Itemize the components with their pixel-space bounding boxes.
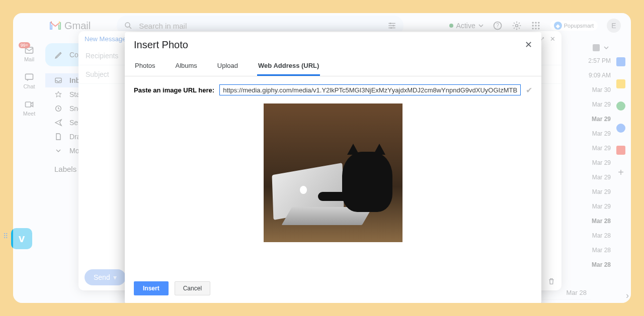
send-button[interactable]: Send ▾ bbox=[85, 269, 126, 285]
keep-icon[interactable] bbox=[616, 79, 625, 88]
url-input[interactable] bbox=[219, 84, 521, 95]
clock-icon bbox=[54, 104, 62, 113]
chevron-down-icon bbox=[478, 23, 484, 28]
chevron-right-icon[interactable]: › bbox=[626, 290, 629, 301]
svg-point-3 bbox=[393, 25, 394, 27]
date-column: 2:57 PM9:09 AMMar 30Mar 29Mar 29Mar 29Ma… bbox=[581, 57, 611, 268]
addon-icon[interactable] bbox=[616, 146, 625, 155]
chevron-down-icon[interactable] bbox=[604, 45, 609, 50]
svg-point-16 bbox=[538, 28, 539, 29]
tab-upload[interactable]: Upload bbox=[216, 57, 239, 76]
tab-photos[interactable]: Photos bbox=[134, 57, 156, 76]
right-addon-rail: + bbox=[614, 57, 628, 177]
date-label: 2:57 PM bbox=[581, 57, 611, 64]
date-label: Mar 29 bbox=[581, 145, 611, 152]
date-label: Mar 30 bbox=[581, 86, 611, 93]
search-icon bbox=[124, 21, 133, 30]
tab-web-address-url-[interactable]: Web Address (URL) bbox=[257, 57, 320, 76]
date-label: Mar 28 bbox=[581, 232, 611, 239]
date-label: 9:09 AM bbox=[581, 72, 611, 79]
star-icon bbox=[54, 90, 62, 98]
close-icon[interactable]: ✕ bbox=[525, 39, 532, 51]
tab-albums[interactable]: Albums bbox=[174, 57, 198, 76]
svg-point-14 bbox=[532, 28, 533, 29]
date-label: Mar 29 bbox=[581, 174, 611, 181]
svg-point-13 bbox=[538, 25, 539, 26]
send-dropdown-icon[interactable]: ▾ bbox=[113, 273, 117, 281]
meet-icon bbox=[24, 99, 34, 110]
rail-item-chat[interactable]: Chat bbox=[23, 72, 35, 89]
svg-point-0 bbox=[125, 23, 130, 27]
insert-photo-dialog: Insert Photo ✕ PhotosAlbumsUploadWeb Add… bbox=[125, 32, 541, 303]
tune-icon[interactable] bbox=[387, 21, 396, 30]
date-label: Mar 29 bbox=[581, 130, 611, 137]
svg-line-1 bbox=[129, 27, 131, 29]
rail-label: Meet bbox=[23, 111, 35, 117]
svg-point-2 bbox=[390, 23, 391, 24]
pencil-icon bbox=[54, 50, 63, 59]
svg-point-15 bbox=[535, 28, 536, 29]
dialog-tabs: PhotosAlbumsUploadWeb Address (URL) bbox=[125, 53, 541, 76]
unread-badge: 99+ bbox=[19, 42, 30, 48]
dialog-title: Insert Photo bbox=[134, 39, 188, 51]
trash-icon[interactable] bbox=[547, 277, 555, 285]
contacts-icon[interactable] bbox=[616, 124, 625, 133]
active-dot-icon bbox=[449, 24, 453, 28]
calendar-icon[interactable] bbox=[616, 57, 625, 66]
search-input[interactable] bbox=[139, 22, 381, 30]
date-label: Mar 28 bbox=[581, 261, 611, 268]
tasks-icon[interactable] bbox=[616, 101, 625, 111]
status-chip[interactable]: Active bbox=[449, 22, 484, 30]
compose-title: New Message bbox=[85, 35, 126, 43]
svg-point-9 bbox=[535, 22, 536, 24]
left-rail: 99+ Mail Chat Meet bbox=[13, 38, 45, 303]
paste-label: Paste an image URL here: bbox=[134, 86, 214, 94]
date-label: Mar 29 bbox=[581, 203, 611, 210]
date-label: Mar 28 bbox=[581, 218, 611, 225]
check-icon: ✔ bbox=[526, 85, 532, 95]
rail-item-meet[interactable]: Meet bbox=[23, 99, 35, 117]
svg-point-11 bbox=[532, 25, 533, 26]
chat-icon bbox=[24, 72, 34, 82]
send-label: Send bbox=[94, 273, 110, 281]
svg-point-8 bbox=[532, 22, 533, 24]
date-label: Mar 29 bbox=[581, 116, 611, 123]
vimeo-button[interactable]: v bbox=[11, 228, 32, 249]
date-label: Mar 28 bbox=[581, 247, 611, 254]
mail-list-header-right bbox=[593, 44, 609, 51]
extension-name: Popupsmart bbox=[564, 23, 594, 29]
gmail-icon bbox=[49, 21, 61, 30]
date-label: Mar 29 bbox=[581, 159, 611, 166]
svg-point-12 bbox=[535, 25, 536, 26]
chevron-down-icon bbox=[54, 147, 62, 155]
date-label: Mar 29 bbox=[581, 101, 611, 108]
drag-handle-icon[interactable]: ⠿ bbox=[3, 232, 9, 240]
svg-point-7 bbox=[515, 25, 518, 27]
extension-icon: ◆ bbox=[554, 22, 562, 30]
rail-label: Mail bbox=[24, 56, 34, 62]
send-icon bbox=[54, 119, 62, 127]
svg-text:?: ? bbox=[496, 23, 499, 28]
file-icon bbox=[54, 133, 62, 141]
logo-text: Gmail bbox=[64, 20, 91, 32]
svg-rect-18 bbox=[26, 74, 33, 79]
insert-button[interactable]: Insert bbox=[134, 281, 169, 295]
inbox-icon bbox=[54, 76, 62, 84]
gear-icon[interactable] bbox=[512, 21, 522, 31]
rail-label: Chat bbox=[23, 83, 35, 89]
toggle-icon[interactable] bbox=[593, 44, 600, 51]
image-preview bbox=[134, 103, 532, 242]
avatar[interactable]: E bbox=[607, 19, 621, 33]
active-label: Active bbox=[456, 22, 475, 30]
cancel-button[interactable]: Cancel bbox=[175, 281, 210, 295]
svg-point-10 bbox=[538, 22, 539, 24]
mail-date: Mar 28 bbox=[567, 289, 587, 296]
extension-chip[interactable]: ◆ Popupsmart bbox=[550, 21, 598, 31]
get-addons-icon[interactable]: + bbox=[616, 168, 625, 177]
help-icon[interactable]: ? bbox=[493, 21, 503, 31]
apps-icon[interactable] bbox=[531, 21, 541, 31]
rail-item-mail[interactable]: 99+ Mail bbox=[24, 45, 34, 62]
gmail-logo[interactable]: Gmail bbox=[49, 20, 91, 32]
svg-point-4 bbox=[390, 27, 392, 29]
close-icon[interactable]: ✕ bbox=[550, 35, 555, 43]
